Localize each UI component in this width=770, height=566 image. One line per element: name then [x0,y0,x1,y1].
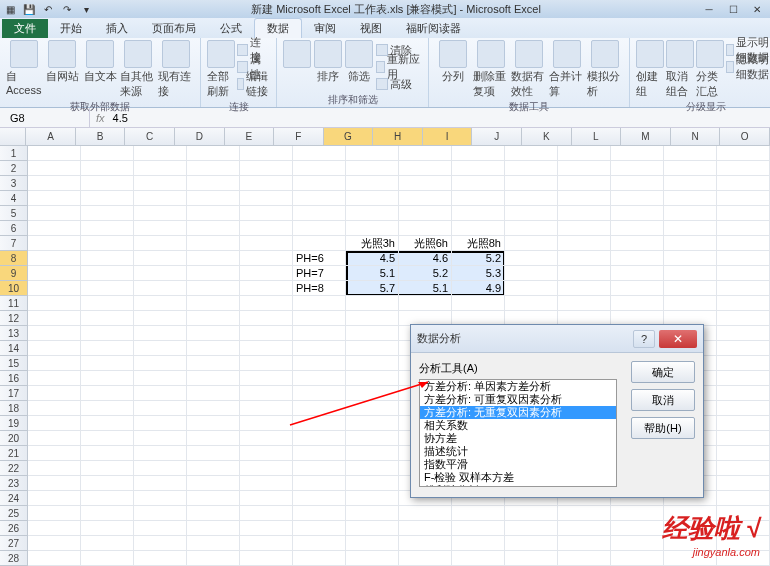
cell[interactable] [399,221,452,236]
text-to-col-button[interactable]: 分列 [435,40,471,84]
cell[interactable] [81,221,134,236]
row-header[interactable]: 2 [0,161,27,176]
sort-az-button[interactable] [283,40,312,69]
cell[interactable] [293,386,346,401]
row-header[interactable]: 10 [0,281,27,296]
col-header[interactable]: L [572,128,622,145]
cell[interactable] [717,146,770,161]
cell[interactable] [28,446,81,461]
cell[interactable] [240,356,293,371]
cell[interactable] [134,221,187,236]
cell[interactable] [346,446,399,461]
cell[interactable] [134,161,187,176]
cell[interactable] [187,251,240,266]
cell[interactable] [452,176,505,191]
cell[interactable] [505,521,558,536]
col-header[interactable]: G [324,128,374,145]
cell[interactable] [293,551,346,566]
cell[interactable] [293,311,346,326]
cell[interactable] [240,221,293,236]
qat-dropdown-icon[interactable]: ▾ [78,2,94,16]
cell[interactable] [346,431,399,446]
cell[interactable] [452,521,505,536]
cell[interactable] [28,326,81,341]
cell[interactable] [346,536,399,551]
tab-layout[interactable]: 页面布局 [140,19,208,38]
cell[interactable] [134,296,187,311]
cell[interactable] [134,371,187,386]
cell[interactable] [664,266,717,281]
row-header[interactable]: 24 [0,491,27,506]
cell[interactable] [611,266,664,281]
cell[interactable] [452,206,505,221]
cell[interactable] [240,296,293,311]
help-button[interactable]: ? [633,330,655,348]
cell[interactable] [293,191,346,206]
cell[interactable] [717,341,770,356]
cell[interactable] [717,461,770,476]
cell[interactable] [346,341,399,356]
help-button[interactable]: 帮助(H) [631,417,695,439]
cell[interactable]: 5.2 [399,266,452,281]
cell[interactable] [187,236,240,251]
cell[interactable] [452,536,505,551]
cell[interactable]: 光照3h [346,236,399,251]
cell[interactable] [187,281,240,296]
cell[interactable] [134,401,187,416]
row-header[interactable]: 1 [0,146,27,161]
cell[interactable] [293,371,346,386]
cell[interactable] [558,146,611,161]
cancel-button[interactable]: 取消 [631,389,695,411]
cell[interactable] [293,176,346,191]
cell[interactable] [240,536,293,551]
cell[interactable] [28,251,81,266]
cell[interactable] [81,431,134,446]
row-header[interactable]: 20 [0,431,27,446]
col-header[interactable]: O [720,128,770,145]
cell[interactable] [717,296,770,311]
cell[interactable] [134,536,187,551]
row-header[interactable]: 21 [0,446,27,461]
cell[interactable] [187,386,240,401]
save-icon[interactable]: 💾 [21,2,37,16]
col-header[interactable]: B [76,128,126,145]
cell[interactable] [611,281,664,296]
cell[interactable] [293,536,346,551]
cell[interactable] [81,311,134,326]
cell[interactable] [28,371,81,386]
cell[interactable] [134,176,187,191]
cell[interactable] [293,236,346,251]
cell[interactable] [505,536,558,551]
row-header[interactable]: 11 [0,296,27,311]
row-header[interactable]: 26 [0,521,27,536]
cell[interactable] [558,236,611,251]
cell[interactable] [664,176,717,191]
cell[interactable] [240,461,293,476]
cell[interactable] [81,176,134,191]
cell[interactable] [346,206,399,221]
cell[interactable] [240,236,293,251]
cell[interactable]: 5.1 [399,281,452,296]
cell[interactable] [81,251,134,266]
cell[interactable] [81,461,134,476]
row-header[interactable]: 27 [0,536,27,551]
cell[interactable] [399,206,452,221]
row-header[interactable]: 16 [0,371,27,386]
cell[interactable] [293,221,346,236]
cell[interactable] [81,191,134,206]
cell[interactable] [717,206,770,221]
cell[interactable] [28,386,81,401]
list-item[interactable]: 相关系数 [420,419,616,432]
cell[interactable] [134,416,187,431]
cell[interactable] [81,371,134,386]
cell[interactable] [240,371,293,386]
cell[interactable] [346,401,399,416]
cell[interactable] [134,491,187,506]
cell[interactable] [28,176,81,191]
cell[interactable] [240,476,293,491]
cell[interactable]: 5.2 [452,251,505,266]
tab-view[interactable]: 视图 [348,19,394,38]
cell[interactable] [240,506,293,521]
col-header[interactable]: N [671,128,721,145]
cell[interactable] [611,506,664,521]
